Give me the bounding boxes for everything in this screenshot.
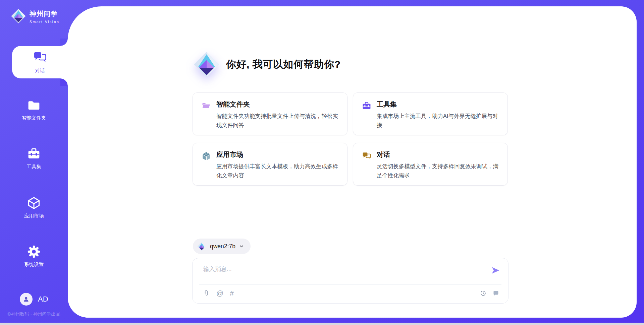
avatar	[20, 293, 33, 306]
sidebar-item-chat[interactable]: 对话	[12, 46, 68, 78]
brand-subtitle: Smart Vision	[30, 20, 59, 24]
card-description: 应用市场提供丰富长文本模板，助力高效生成多样化文章内容	[216, 162, 340, 180]
horizontal-scrollbar[interactable]	[0, 323, 644, 325]
sidebar-item-label: 应用市场	[0, 213, 68, 219]
at-icon[interactable]: @	[216, 289, 223, 297]
person-icon	[22, 296, 30, 303]
feature-cards: 智能文件夹 智能文件夹功能支持批量文件上传与清洗，轻松实现文件问答 工具集 集成…	[193, 92, 508, 186]
composer-right-tools	[480, 290, 499, 297]
folder-icon	[27, 99, 41, 112]
cube-icon	[27, 196, 41, 210]
card-title: 工具集	[377, 100, 397, 109]
sidebar-item-label: 工具集	[0, 164, 68, 170]
sidebar-item-label: 对话	[12, 68, 68, 74]
greeting: 你好, 我可以如何帮助你?	[193, 51, 341, 78]
sidebar-item-toolset[interactable]: 工具集	[0, 147, 68, 170]
toolbox-icon	[362, 101, 371, 111]
sidebar-item-label: 智能文件夹	[0, 115, 68, 121]
card-smart-folder[interactable]: 智能文件夹 智能文件夹功能支持批量文件上传与清洗，轻松实现文件问答	[193, 92, 347, 135]
composer-divider	[199, 284, 501, 285]
chat-icon	[362, 151, 371, 161]
user-initials: AD	[38, 295, 48, 304]
card-description: 集成市场上主流工具，助力AI与外界无缝扩展与对接	[377, 112, 500, 130]
card-description: 灵活切换多模型文件，支持多样回复效果调试，满足个性化需求	[377, 162, 500, 180]
card-toolset[interactable]: 工具集 集成市场上主流工具，助力AI与外界无缝扩展与对接	[353, 92, 508, 135]
sidebar-item-label: 系统设置	[0, 261, 68, 268]
tab-flare-top	[60, 39, 68, 46]
model-selector[interactable]: qwen2:7b	[193, 239, 251, 254]
send-icon[interactable]	[491, 266, 500, 275]
composer: @ #	[192, 258, 508, 304]
model-diamond-icon	[197, 242, 206, 251]
brand-diamond-icon	[11, 8, 26, 24]
grid-cube-icon	[202, 151, 211, 161]
greeting-title: 你好, 我可以如何帮助你?	[226, 58, 341, 71]
hash-icon[interactable]: #	[230, 289, 234, 297]
card-title: 应用市场	[216, 150, 243, 159]
chevron-down-icon	[238, 243, 245, 249]
chat-icon	[33, 51, 47, 65]
sidebar-item-app-market[interactable]: 应用市场	[0, 196, 68, 219]
brand-name: 神州问学	[30, 9, 59, 18]
sidebar: 神州问学 Smart Vision 对话 智能文件夹 工具集	[0, 0, 68, 325]
card-title: 智能文件夹	[216, 100, 250, 109]
card-app-market[interactable]: 应用市场 应用市场提供丰富长文本模板，助力高效生成多样化文章内容	[193, 143, 347, 186]
paperclip-icon[interactable]	[203, 289, 210, 297]
gear-icon	[27, 245, 41, 258]
card-title: 对话	[377, 150, 390, 159]
greeting-diamond-icon	[193, 51, 220, 78]
folder-open-icon	[202, 101, 211, 111]
sidebar-item-smart-folder[interactable]: 智能文件夹	[0, 99, 68, 121]
sidebar-footer: ©神州数码 · 神州问学出品	[0, 311, 68, 317]
history-icon[interactable]	[480, 290, 487, 297]
card-chat[interactable]: 对话 灵活切换多模型文件，支持多样回复效果调试，满足个性化需求	[353, 143, 508, 186]
user-profile[interactable]: AD	[20, 293, 48, 306]
model-name: qwen2:7b	[210, 243, 235, 250]
chat-bubble-icon[interactable]	[492, 290, 499, 297]
tab-flare-bottom	[60, 78, 68, 86]
composer-tools: @ #	[203, 289, 234, 297]
message-input[interactable]	[203, 265, 485, 282]
brand-logo: 神州问学 Smart Vision	[11, 8, 59, 24]
card-description: 智能文件夹功能支持批量文件上传与清洗，轻松实现文件问答	[216, 112, 340, 130]
sidebar-item-settings[interactable]: 系统设置	[0, 245, 68, 268]
toolbox-icon	[27, 147, 41, 160]
